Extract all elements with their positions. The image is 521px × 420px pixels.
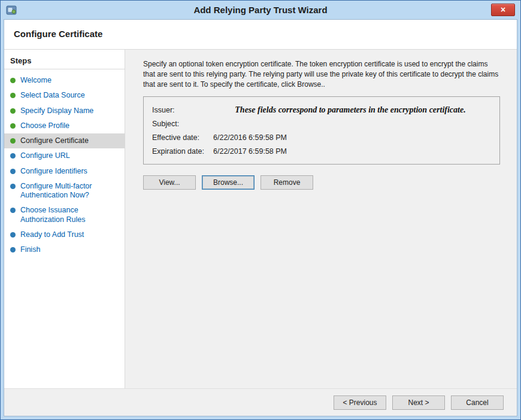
step-label: Specify Display Name <box>20 106 93 115</box>
step-label: Select Data Source <box>20 91 85 100</box>
step-bullet-icon <box>10 184 16 189</box>
certificate-field-label: Effective date: <box>152 133 213 142</box>
certificate-field-row: Expiration date: 6/22/2017 6:59:58 PM <box>152 144 492 158</box>
certificate-field-value: 6/22/2017 6:59:58 PM <box>213 147 492 156</box>
step-bullet-icon <box>10 153 16 159</box>
step-label: Configure Certificate <box>20 136 89 145</box>
step-bullet-icon <box>10 208 16 213</box>
step-item[interactable]: Specify Display Name <box>4 104 125 118</box>
step-bullet-icon <box>10 247 16 252</box>
step-label: Choose Issuance Authorization Rules <box>20 206 120 224</box>
certificate-field-label: Expiration date: <box>152 147 213 156</box>
next-button[interactable]: Next > <box>392 395 445 410</box>
step-bullet-icon <box>10 108 16 114</box>
step-label: Configure Multi-factor Authentication No… <box>20 182 120 200</box>
step-item[interactable]: Configure Multi-factor Authentication No… <box>4 179 125 203</box>
page-header: Configure Certificate <box>4 20 517 50</box>
certificate-actions: View... Browse... Remove <box>143 175 500 190</box>
step-bullet-icon <box>10 78 16 83</box>
step-item[interactable]: Choose Issuance Authorization Rules <box>4 203 125 227</box>
step-label: Configure URL <box>20 151 70 160</box>
step-item[interactable]: Configure Certificate <box>4 133 125 148</box>
steps-heading: Steps <box>4 53 125 69</box>
step-item[interactable]: Select Data Source <box>4 88 125 103</box>
previous-button[interactable]: < Previous <box>334 395 386 410</box>
certificate-field-label: Subject: <box>152 120 213 128</box>
content-area: Steps Welcome Select Data Source <box>4 50 517 388</box>
cancel-button[interactable]: Cancel <box>451 395 504 410</box>
steps-sidebar: Steps Welcome Select Data Source <box>4 50 125 388</box>
step-item[interactable]: Choose Profile <box>4 118 125 133</box>
browse-button[interactable]: Browse... <box>202 175 255 190</box>
certificate-details-box: Issuer: Subject: Effective date: <box>143 96 500 165</box>
instruction-text: Specify an optional token encryption cer… <box>143 59 500 89</box>
certificate-field-label: Issuer: <box>152 106 213 114</box>
step-item[interactable]: Ready to Add Trust <box>4 227 125 242</box>
step-label: Choose Profile <box>20 121 69 130</box>
step-item[interactable]: Welcome <box>4 73 125 88</box>
step-bullet-icon <box>10 93 16 98</box>
annotation-text: These fields correspond to parameters in… <box>210 105 491 115</box>
step-item[interactable]: Configure Identifiers <box>4 164 125 179</box>
step-bullet-icon <box>10 232 16 238</box>
window-title: Add Relying Party Trust Wizard <box>4 5 517 15</box>
step-label: Welcome <box>20 76 52 85</box>
wizard-window: Add Relying Party Trust Wizard × Configu… <box>0 0 521 420</box>
step-item[interactable]: Configure URL <box>4 148 125 163</box>
remove-button[interactable]: Remove <box>260 175 313 190</box>
step-label: Configure Identifiers <box>20 167 87 176</box>
step-bullet-icon <box>10 138 16 144</box>
step-label: Finish <box>20 245 40 254</box>
step-bullet-icon <box>10 123 16 129</box>
view-button[interactable]: View... <box>143 175 196 190</box>
page-title: Configure Certificate <box>14 29 517 39</box>
certificate-field-row: Subject: <box>152 117 492 130</box>
step-label: Ready to Add Trust <box>20 230 84 239</box>
close-button[interactable]: × <box>491 4 515 16</box>
footer-bar: < Previous Next > Cancel <box>4 388 517 416</box>
step-item[interactable]: Finish <box>4 242 125 257</box>
step-bullet-icon <box>10 169 16 174</box>
title-bar: Add Relying Party Trust Wizard × <box>4 1 517 19</box>
certificate-field-value: 6/22/2016 6:59:58 PM <box>213 133 492 142</box>
close-icon: × <box>501 5 505 14</box>
dialog-body: Configure Certificate Steps Welcome <box>4 19 517 416</box>
wizard-icon <box>5 4 17 16</box>
certificate-field-row: Effective date: 6/22/2016 6:59:58 PM <box>152 130 492 144</box>
steps-list: Welcome Select Data Source Specify Displ… <box>4 69 125 257</box>
main-panel: Specify an optional token encryption cer… <box>125 50 517 388</box>
